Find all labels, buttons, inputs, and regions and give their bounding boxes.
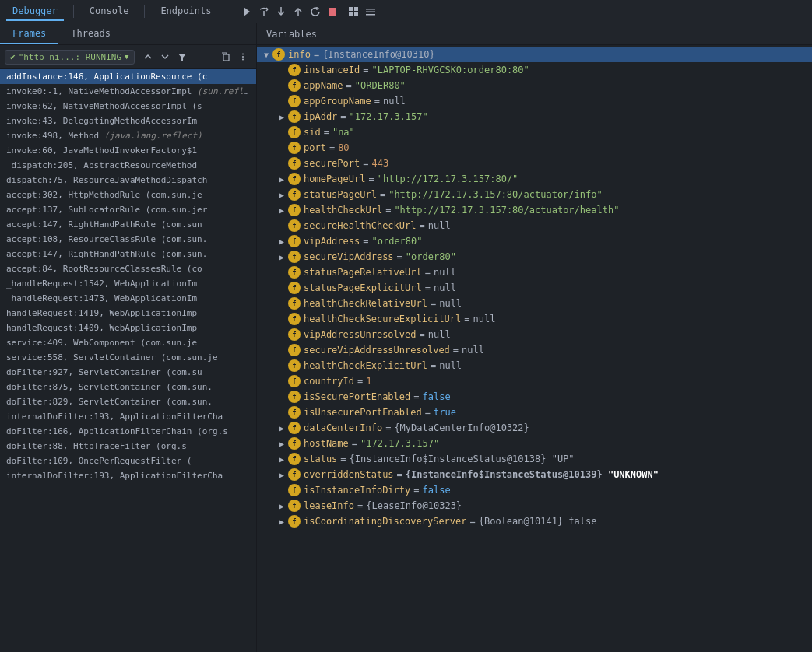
var-equals: = xyxy=(374,96,380,107)
var-row[interactable]: fport=80 xyxy=(257,140,812,156)
frame-item[interactable]: service:409, WebComponent (com.sun.je xyxy=(0,335,256,350)
tab-console[interactable]: Console xyxy=(83,2,135,21)
var-row[interactable]: fsecureVipAddressUnresolved=null xyxy=(257,342,812,358)
frame-item[interactable]: dispatch:75, ResourceJavaMethodDispatch xyxy=(0,173,256,188)
expand-icon[interactable] xyxy=(276,191,288,199)
var-row[interactable]: fappGroupName=null xyxy=(257,93,812,109)
toolbar-separator-4 xyxy=(343,5,343,18)
frame-item[interactable]: handleRequest:1419, WebApplicationImp xyxy=(0,306,256,321)
expand-icon[interactable] xyxy=(276,440,288,448)
frame-up-button[interactable] xyxy=(139,48,156,65)
frame-item[interactable]: _dispatch:205, AbstractResourceMethod xyxy=(0,158,256,173)
expand-icon[interactable] xyxy=(276,253,288,261)
frame-item[interactable]: doFilter:875, ServletContainer (com.sun. xyxy=(0,380,256,394)
frame-item[interactable]: accept:147, RightHandPathRule (com.sun xyxy=(0,217,256,232)
frame-down-button[interactable] xyxy=(156,48,174,65)
var-row[interactable]: fhealthCheckUrl="http://172.17.3.157:80/… xyxy=(257,202,812,218)
tab-debugger[interactable]: Debugger xyxy=(6,2,64,21)
var-row[interactable]: fstatusPageUrl="http://172.17.3.157:80/a… xyxy=(257,187,812,202)
var-row[interactable]: fhostName="172.17.3.157" xyxy=(257,436,812,451)
filter-button[interactable] xyxy=(174,48,191,65)
var-row[interactable]: fdataCenterInfo={MyDataCenterInfo@10322} xyxy=(257,420,812,436)
frame-item[interactable]: _handleRequest:1542, WebApplicationIm xyxy=(0,276,256,291)
frame-item[interactable]: internalDoFilter:193, ApplicationFilterC… xyxy=(0,468,256,483)
frame-item[interactable]: accept:108, ResourceClassRule (com.sun. xyxy=(0,232,256,247)
var-row[interactable]: fipAddr="172.17.3.157" xyxy=(257,109,812,124)
frame-item[interactable]: handleRequest:1409, WebApplicationImp xyxy=(0,321,256,335)
expand-icon[interactable] xyxy=(276,517,288,526)
tab-frames[interactable]: Frames xyxy=(0,23,58,44)
expand-icon[interactable] xyxy=(276,502,288,510)
var-row[interactable]: fstatusPageExplicitUrl=null xyxy=(257,280,812,296)
frame-item[interactable]: accept:302, HttpMethodRule (com.sun.je xyxy=(0,188,256,202)
frame-item[interactable]: accept:84, RootResourceClassesRule (co xyxy=(0,261,256,276)
var-value: "http://172.17.3.157:80/" xyxy=(378,174,518,184)
field-type-icon: f xyxy=(288,344,301,356)
var-row[interactable]: fvipAddressUnresolved=null xyxy=(257,327,812,342)
frame-item[interactable]: accept:147, RightHandPathRule (com.sun. xyxy=(0,247,256,261)
frame-item[interactable]: doFilter:829, ServletContainer (com.sun. xyxy=(0,394,256,409)
tab-endpoints[interactable]: Endpoints xyxy=(154,2,217,21)
more-button[interactable] xyxy=(234,48,251,65)
frame-item[interactable]: service:558, ServletContainer (com.sun.j… xyxy=(0,350,256,365)
var-row[interactable]: fsecureVipAddress="order80" xyxy=(257,249,812,265)
settings-icon[interactable] xyxy=(364,5,378,19)
tab-threads[interactable]: Threads xyxy=(58,23,123,44)
var-row[interactable]: fleaseInfo={LeaseInfo@10323} xyxy=(257,498,812,514)
var-name: healthCheckRelativeUrl xyxy=(304,298,427,309)
frame-item[interactable]: addInstance:146, ApplicationResource (c xyxy=(0,69,256,84)
step-out-icon[interactable] xyxy=(291,5,305,19)
stop-icon[interactable] xyxy=(325,5,339,19)
frame-item[interactable]: doFilter:166, ApplicationFilterChain (or… xyxy=(0,424,256,439)
var-row[interactable]: fsecureHealthCheckUrl=null xyxy=(257,218,812,233)
var-equals: = xyxy=(357,376,363,387)
var-row[interactable]: fhealthCheckSecureExplicitUrl=null xyxy=(257,311,812,327)
var-row[interactable]: fstatus={InstanceInfo$InstanceStatus@101… xyxy=(257,451,812,467)
expand-icon[interactable] xyxy=(276,113,288,121)
copy-button[interactable] xyxy=(217,48,234,65)
expand-icon[interactable] xyxy=(276,237,288,246)
frame-item[interactable]: invoke:62, NativeMethodAccessorImpl (s xyxy=(0,99,256,114)
var-row[interactable]: fvipAddress="order80" xyxy=(257,233,812,249)
var-row[interactable]: fisInstanceInfoDirty=false xyxy=(257,482,812,498)
frame-item[interactable]: _handleRequest:1473, WebApplicationIm xyxy=(0,291,256,306)
var-row[interactable]: fappName="ORDER80" xyxy=(257,78,812,93)
frame-item[interactable]: doFilter:109, OncePerRequestFilter ( xyxy=(0,454,256,468)
expand-icon[interactable] xyxy=(276,206,288,215)
frame-item[interactable]: invoke0:-1, NativeMethodAccessorImpl (su… xyxy=(0,84,256,99)
right-panel: Variables finfo={InstanceInfo@10310}fins… xyxy=(257,23,812,652)
expand-icon[interactable] xyxy=(276,471,288,479)
var-row[interactable]: finstanceId="LAPTOP-RHVGCSK0:order80:80" xyxy=(257,62,812,78)
running-badge[interactable]: ✔ "http-ni...: RUNNING ▼ xyxy=(5,50,135,65)
var-row[interactable]: fisSecurePortEnabled=false xyxy=(257,389,812,405)
expand-icon[interactable] xyxy=(276,175,288,184)
frame-item[interactable]: invoke:498, Method (java.lang.reflect) xyxy=(0,128,256,143)
frame-item[interactable]: invoke:43, DelegatingMethodAccessorIm xyxy=(0,114,256,128)
expand-icon[interactable] xyxy=(260,51,272,59)
variables-list[interactable]: finfo={InstanceInfo@10310}finstanceId="L… xyxy=(257,45,812,652)
frame-item[interactable]: doFilter:927, ServletContainer (com.su xyxy=(0,365,256,380)
var-row[interactable]: fhealthCheckRelativeUrl=null xyxy=(257,296,812,311)
var-row[interactable]: fcountryId=1 xyxy=(257,373,812,389)
step-over-icon[interactable] xyxy=(257,5,271,19)
frame-item[interactable]: invoke:60, JavaMethodInvokerFactory$1 xyxy=(0,143,256,158)
var-row[interactable]: fisUnsecurePortEnabled=true xyxy=(257,405,812,420)
var-row[interactable]: fhealthCheckExplicitUrl=null xyxy=(257,358,812,373)
var-row[interactable]: finfo={InstanceInfo@10310} xyxy=(257,47,812,62)
var-row[interactable]: foverriddenStatus={InstanceInfo$Instance… xyxy=(257,467,812,482)
restart-icon[interactable] xyxy=(308,5,322,19)
frame-item[interactable]: internalDoFilter:193, ApplicationFilterC… xyxy=(0,409,256,424)
expand-icon[interactable] xyxy=(276,424,288,433)
var-row[interactable]: fsecurePort=443 xyxy=(257,156,812,171)
resume-icon[interactable] xyxy=(240,5,254,19)
expand-icon[interactable] xyxy=(276,455,288,464)
frame-item[interactable]: accept:137, SubLocatorRule (com.sun.jer xyxy=(0,202,256,217)
grid-icon[interactable] xyxy=(346,5,360,19)
var-row[interactable]: fisCoordinatingDiscoveryServer={Boolean@… xyxy=(257,514,812,529)
var-row[interactable]: fhomePageUrl="http://172.17.3.157:80/" xyxy=(257,171,812,187)
var-row[interactable]: fstatusPageRelativeUrl=null xyxy=(257,265,812,280)
frame-item[interactable]: doFilter:88, HttpTraceFilter (org.s xyxy=(0,439,256,454)
step-into-icon[interactable] xyxy=(274,5,288,19)
var-row[interactable]: fsid="na" xyxy=(257,124,812,140)
var-name: statusPageExplicitUrl xyxy=(304,282,422,293)
